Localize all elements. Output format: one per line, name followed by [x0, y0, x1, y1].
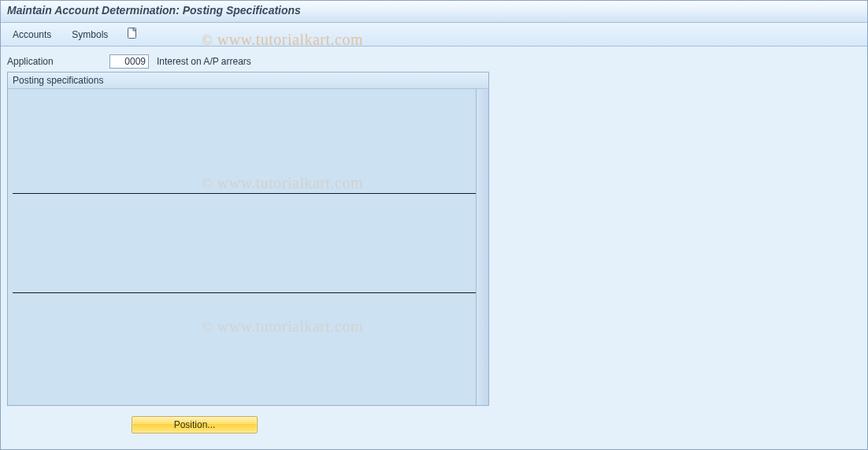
- application-description: Interest on A/P arrears: [157, 56, 251, 67]
- symbols-button[interactable]: Symbols: [66, 27, 113, 43]
- page-title: Maintain Account Determination: Posting …: [7, 4, 861, 17]
- application-input[interactable]: [109, 54, 149, 69]
- title-bar: Maintain Account Determination: Posting …: [1, 1, 867, 23]
- horizontal-divider: [13, 292, 484, 293]
- accounts-button[interactable]: Accounts: [7, 27, 57, 43]
- create-button[interactable]: [123, 24, 142, 44]
- group-title: Posting specifications: [8, 73, 488, 89]
- vertical-scrollbar[interactable]: [476, 89, 488, 405]
- content-area: Application Interest on A/P arrears Post…: [1, 46, 867, 449]
- horizontal-divider: [13, 193, 484, 194]
- create-document-icon: [127, 27, 138, 42]
- group-body: [8, 89, 488, 405]
- application-field-row: Application Interest on A/P arrears: [7, 54, 861, 69]
- application-label: Application: [7, 56, 102, 67]
- posting-specifications-group: Posting specifications: [7, 72, 489, 406]
- application-toolbar: Accounts Symbols: [1, 23, 867, 46]
- position-button[interactable]: Position...: [132, 416, 258, 433]
